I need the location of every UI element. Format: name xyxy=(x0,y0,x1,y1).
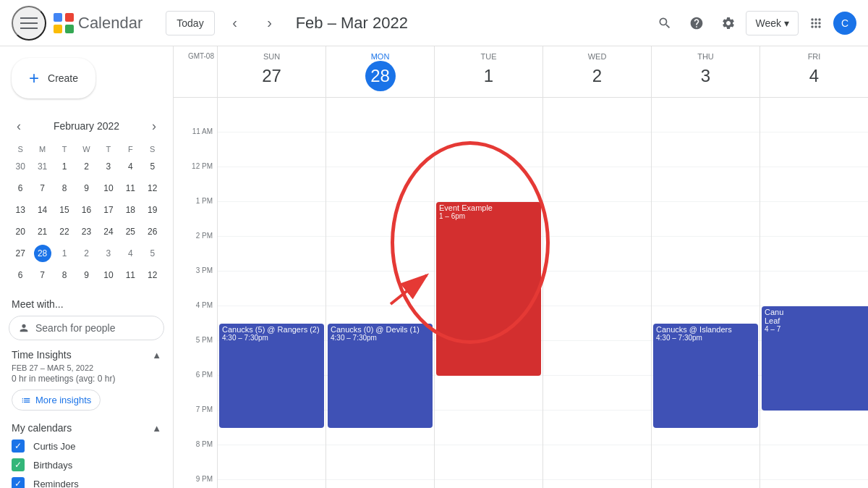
day-col-wed[interactable] xyxy=(542,98,651,488)
day-col-fri[interactable]: Canu Leaf 4 – 7 xyxy=(760,98,868,488)
search-people-text: Search for people xyxy=(35,322,116,334)
day-header-fri: FRI 4 xyxy=(760,46,868,97)
mini-cal-header: ‹ February 2022 › xyxy=(9,116,164,136)
mini-next-button[interactable]: › xyxy=(144,116,164,136)
mini-cal-day[interactable]: 16 xyxy=(76,200,96,220)
time-grid-scroll[interactable]: 11 AM 12 PM 1 PM 2 PM 3 PM 4 PM 5 PM 6 P… xyxy=(174,98,868,488)
event-canucks-islanders[interactable]: Canucks @ Islanders 4:30 – 7:30pm xyxy=(653,324,758,428)
mini-cal-today[interactable]: 28 xyxy=(32,243,52,264)
main-layout: + Create ‹ February 2022 › SMTWTFS 30 31… xyxy=(0,46,868,488)
mini-cal-day[interactable]: 17 xyxy=(98,200,119,220)
mini-cal-day[interactable]: 9 xyxy=(76,265,96,285)
search-people-box[interactable]: Search for people xyxy=(9,316,164,340)
my-calendars-header[interactable]: My calendars ▲ xyxy=(0,416,173,437)
time-insights-info: 0 hr in meetings (avg: 0 hr) xyxy=(12,374,161,384)
mini-cal-day[interactable]: 15 xyxy=(54,200,75,220)
menu-icon[interactable] xyxy=(12,6,46,41)
mini-cal-day[interactable]: 18 xyxy=(120,200,140,220)
mini-cal-day[interactable]: 4 xyxy=(120,243,140,264)
mini-cal-day[interactable]: 10 xyxy=(98,265,119,285)
time-label: 5 PM xyxy=(174,336,217,371)
settings-button[interactable] xyxy=(714,9,743,38)
mini-cal-day[interactable]: 13 xyxy=(10,200,30,220)
mini-cal-day[interactable]: 26 xyxy=(142,222,163,242)
calendar-item-reminders[interactable]: ✓ Reminders xyxy=(0,474,173,488)
mini-cal-day[interactable]: 12 xyxy=(142,178,163,198)
event-canucks-leafs[interactable]: Canu Leaf 4 – 7 xyxy=(762,306,868,411)
mini-cal-day[interactable]: 3 xyxy=(98,243,119,264)
mini-cal-day[interactable]: 31 xyxy=(32,156,52,177)
view-selector[interactable]: Week ▾ xyxy=(746,11,799,35)
time-label: 8 PM xyxy=(174,440,217,475)
mini-cal-day[interactable]: 25 xyxy=(120,222,140,242)
time-label: 7 PM xyxy=(174,405,217,440)
svg-rect-6 xyxy=(65,25,74,33)
calendar-item-birthdays[interactable]: ✓ Birthdays xyxy=(0,455,173,474)
mini-cal-day[interactable]: 7 xyxy=(32,178,52,198)
mini-cal-day[interactable]: 4 xyxy=(120,156,140,177)
event-example[interactable]: Event Example 1 – 6pm xyxy=(436,202,541,376)
my-calendars-title: My calendars xyxy=(12,422,72,434)
mini-cal-day[interactable]: 19 xyxy=(142,200,163,220)
meet-with-label: Meet with... xyxy=(0,293,173,313)
day-headers: GMT-08 SUN 27 MON 28 TUE 1 WED 2 THU 3 xyxy=(174,46,868,98)
mini-cal-day[interactable]: 2 xyxy=(76,156,96,177)
mini-cal-day[interactable]: 7 xyxy=(32,265,52,285)
mini-cal-day[interactable]: 30 xyxy=(10,156,30,177)
calendar-name: Birthdays xyxy=(33,460,72,471)
mini-cal-day[interactable]: 9 xyxy=(76,178,96,198)
mini-cal-day[interactable]: 20 xyxy=(10,222,30,242)
mini-cal-day[interactable]: 11 xyxy=(120,178,140,198)
calendar-area: GMT-08 SUN 27 MON 28 TUE 1 WED 2 THU 3 xyxy=(174,46,868,488)
event-canucks-rangers[interactable]: Canucks (5) @ Rangers (2) 4:30 – 7:30pm xyxy=(219,324,324,428)
next-button[interactable]: › xyxy=(255,9,284,38)
day-col-sun[interactable]: Canucks (5) @ Rangers (2) 4:30 – 7:30pm xyxy=(217,98,326,488)
mini-cal-day[interactable]: 12 xyxy=(142,265,163,285)
time-insights-title: Time Insights xyxy=(12,349,72,361)
mini-cal-day[interactable]: 3 xyxy=(98,156,119,177)
calendar-item-curtis[interactable]: ✓ Curtis Joe xyxy=(0,437,173,455)
day-header-mon: MON 28 xyxy=(326,46,434,97)
mini-cal-day[interactable]: 1 xyxy=(54,156,75,177)
search-button[interactable] xyxy=(650,9,679,38)
calendar-name: Curtis Joe xyxy=(33,441,76,452)
day-col-thu[interactable]: Canucks @ Islanders 4:30 – 7:30pm xyxy=(651,98,760,488)
mini-cal-day[interactable]: 10 xyxy=(98,178,119,198)
help-button[interactable] xyxy=(682,9,711,38)
mini-cal-day[interactable]: 6 xyxy=(10,265,30,285)
mini-cal-day[interactable]: 6 xyxy=(10,178,30,198)
mini-cal-day[interactable]: 8 xyxy=(54,178,75,198)
mini-cal-day[interactable]: 5 xyxy=(142,243,163,264)
mini-cal-day[interactable]: 27 xyxy=(10,243,30,264)
today-button[interactable]: Today xyxy=(166,11,214,35)
time-insights-header[interactable]: Time Insights ▲ xyxy=(0,343,173,363)
calendar-checkbox: ✓ xyxy=(12,458,25,471)
more-insights-button[interactable]: More insights xyxy=(12,390,101,411)
mini-cal-day[interactable]: 1 xyxy=(54,243,75,264)
calendar-name: Reminders xyxy=(33,479,79,489)
avatar[interactable]: C xyxy=(833,12,856,35)
mini-cal-day[interactable]: 2 xyxy=(76,243,96,264)
mini-cal-day[interactable]: 22 xyxy=(54,222,75,242)
create-button[interactable]: + Create xyxy=(12,58,95,98)
mini-cal-day[interactable]: 14 xyxy=(32,200,52,220)
day-col-tue[interactable]: Event Example 1 – 6pm xyxy=(434,98,542,488)
svg-rect-2 xyxy=(20,28,38,29)
mini-cal-day[interactable]: 21 xyxy=(32,222,52,242)
time-label: 11 AM xyxy=(174,127,217,162)
day-header-thu: THU 3 xyxy=(651,46,760,97)
mini-cal-day[interactable]: 24 xyxy=(98,222,119,242)
mini-cal-day[interactable]: 5 xyxy=(142,156,163,177)
day-col-mon[interactable]: Canucks (0) @ Devils (1) 4:30 – 7:30pm xyxy=(326,98,434,488)
plus-icon: + xyxy=(29,68,39,88)
mini-cal-day[interactable]: 23 xyxy=(76,222,96,242)
prev-button[interactable]: ‹ xyxy=(221,9,250,38)
mini-cal-day[interactable]: 11 xyxy=(120,265,140,285)
insights-icon xyxy=(21,395,31,405)
mini-prev-button[interactable]: ‹ xyxy=(9,116,29,136)
apps-button[interactable] xyxy=(801,9,830,38)
time-label: 4 PM xyxy=(174,301,217,336)
time-labels: 11 AM 12 PM 1 PM 2 PM 3 PM 4 PM 5 PM 6 P… xyxy=(174,98,217,488)
mini-cal-day[interactable]: 8 xyxy=(54,265,75,285)
event-canucks-devils[interactable]: Canucks (0) @ Devils (1) 4:30 – 7:30pm xyxy=(328,324,433,428)
